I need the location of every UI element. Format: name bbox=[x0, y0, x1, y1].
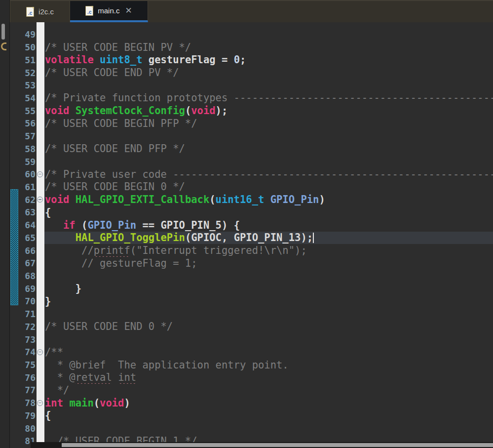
collapse-icon[interactable] bbox=[37, 400, 43, 406]
line-number[interactable]: 59 bbox=[19, 157, 37, 167]
code-text[interactable] bbox=[44, 308, 493, 321]
tab-main-c[interactable]: .c main.c ✕ bbox=[70, 1, 148, 22]
code-line[interactable]: 74/** bbox=[10, 346, 493, 359]
code-text[interactable]: /* USER CODE END PV */ bbox=[44, 66, 493, 79]
line-number[interactable]: 57 bbox=[19, 131, 37, 141]
code-line[interactable]: 75 * @brief The application entry point. bbox=[10, 359, 493, 371]
code-line[interactable]: 72/* USER CODE END 0 */ bbox=[10, 321, 493, 333]
code-text[interactable]: } bbox=[44, 295, 493, 308]
code-text[interactable]: // gestureFlag = 1; bbox=[44, 257, 493, 270]
code-text[interactable]: /* USER CODE BEGIN 0 */ bbox=[44, 181, 493, 194]
code-line[interactable]: 66 //printf("Interrupt triggered!\r\n"); bbox=[10, 244, 493, 257]
code-line[interactable]: 50/* USER CODE BEGIN PV */ bbox=[10, 41, 493, 54]
line-number[interactable]: 51 bbox=[19, 55, 37, 65]
code-text[interactable]: volatile uint8_t gestureFlag = 0; bbox=[44, 53, 493, 66]
line-number[interactable]: 61 bbox=[19, 182, 37, 192]
code-line[interactable]: 80 bbox=[10, 422, 493, 435]
line-number[interactable]: 71 bbox=[19, 309, 37, 319]
code-line[interactable]: 61/* USER CODE BEGIN 0 */ bbox=[10, 181, 493, 194]
code-text[interactable] bbox=[44, 28, 493, 41]
code-text[interactable] bbox=[44, 130, 493, 143]
code-text[interactable]: { bbox=[44, 206, 493, 219]
code-text[interactable] bbox=[44, 155, 493, 168]
line-number[interactable]: 53 bbox=[19, 80, 37, 90]
line-number[interactable]: 62 bbox=[19, 195, 37, 205]
code-line[interactable]: 76 * @retval int bbox=[10, 371, 493, 384]
collapse-icon[interactable] bbox=[37, 171, 43, 177]
line-number[interactable]: 77 bbox=[19, 385, 37, 395]
code-line[interactable]: 54/* Private function prototypes -------… bbox=[10, 92, 493, 105]
code-line[interactable]: 78int main(void) bbox=[10, 397, 493, 409]
code-line[interactable]: 52/* USER CODE END PV */ bbox=[10, 66, 493, 79]
code-line[interactable]: 49 bbox=[10, 28, 493, 41]
line-number[interactable]: 49 bbox=[19, 29, 37, 40]
line-number[interactable]: 66 bbox=[19, 245, 37, 256]
code-line[interactable]: 53 bbox=[10, 79, 493, 92]
code-text[interactable]: * @retval int bbox=[44, 371, 493, 384]
code-line[interactable]: 69 } bbox=[10, 282, 493, 295]
code-text[interactable] bbox=[44, 79, 493, 92]
code-text[interactable]: { bbox=[44, 409, 493, 422]
code-line[interactable]: 62void HAL_GPIO_EXTI_Callback(uint16_t G… bbox=[10, 193, 493, 206]
line-number[interactable]: 54 bbox=[19, 93, 37, 103]
line-number[interactable]: 76 bbox=[19, 372, 37, 383]
code-line[interactable]: 56/* USER CODE BEGIN PFP */ bbox=[10, 117, 493, 130]
line-number[interactable]: 70 bbox=[19, 296, 37, 306]
code-line[interactable]: 55void SystemClock_Config(void); bbox=[10, 104, 493, 117]
line-number[interactable]: 74 bbox=[19, 347, 37, 357]
code-editor[interactable]: 4950/* USER CODE BEGIN PV */51volatile u… bbox=[10, 22, 493, 448]
horizontal-scrollbar-thumb[interactable] bbox=[62, 443, 493, 447]
code-text[interactable]: /* USER CODE END 0 */ bbox=[44, 321, 493, 333]
code-line[interactable]: 64 if (GPIO_Pin == GPIO_PIN_5) { bbox=[10, 219, 493, 232]
code-text[interactable]: void HAL_GPIO_EXTI_Callback(uint16_t GPI… bbox=[44, 193, 493, 206]
line-number[interactable]: 55 bbox=[19, 106, 37, 116]
code-text[interactable] bbox=[44, 333, 493, 346]
rail-scrollbar-thumb[interactable] bbox=[1, 24, 5, 40]
code-text[interactable]: /* USER CODE END PFP */ bbox=[44, 142, 493, 155]
code-line[interactable]: 60/* Private user code -----------------… bbox=[10, 168, 493, 181]
line-number[interactable]: 63 bbox=[19, 207, 37, 217]
code-text[interactable]: HAL_GPIO_TogglePin(GPIOC, GPIO_PIN_13); bbox=[44, 232, 493, 244]
code-text[interactable]: //printf("Interrupt triggered!\r\n"); bbox=[44, 244, 493, 257]
collapse-icon[interactable] bbox=[37, 197, 43, 203]
code-text[interactable]: /* Private user code -------------------… bbox=[44, 168, 493, 181]
code-text[interactable]: /** bbox=[44, 346, 493, 359]
line-number[interactable]: 67 bbox=[19, 258, 37, 268]
code-line[interactable]: 59 bbox=[10, 155, 493, 168]
line-number[interactable]: 52 bbox=[19, 68, 37, 78]
code-line[interactable]: 79{ bbox=[10, 409, 493, 422]
line-number[interactable]: 68 bbox=[19, 271, 37, 281]
code-text[interactable] bbox=[44, 270, 493, 283]
code-line[interactable]: 65 HAL_GPIO_TogglePin(GPIOC, GPIO_PIN_13… bbox=[10, 232, 493, 244]
line-number[interactable]: 50 bbox=[19, 42, 37, 52]
code-text[interactable]: void SystemClock_Config(void); bbox=[44, 104, 493, 117]
code-line[interactable]: 67 // gestureFlag = 1; bbox=[10, 257, 493, 270]
line-number[interactable]: 72 bbox=[19, 322, 37, 332]
line-number[interactable]: 79 bbox=[19, 410, 37, 421]
code-line[interactable]: 51volatile uint8_t gestureFlag = 0; bbox=[10, 53, 493, 66]
line-number[interactable]: 75 bbox=[19, 360, 37, 370]
line-number[interactable]: 80 bbox=[19, 423, 37, 434]
code-line[interactable]: 77 */ bbox=[10, 384, 493, 397]
code-text[interactable]: /* USER CODE BEGIN PV */ bbox=[44, 41, 493, 54]
line-number[interactable]: 58 bbox=[19, 144, 37, 154]
code-text[interactable]: */ bbox=[44, 384, 493, 397]
code-line[interactable]: 71 bbox=[10, 308, 493, 321]
line-number[interactable]: 73 bbox=[19, 334, 37, 345]
code-line[interactable]: 57 bbox=[10, 130, 493, 143]
code-text[interactable]: /* USER CODE BEGIN PFP */ bbox=[44, 117, 493, 130]
horizontal-scrollbar[interactable] bbox=[31, 442, 493, 448]
close-icon[interactable]: ✕ bbox=[125, 6, 132, 15]
code-text[interactable] bbox=[44, 422, 493, 435]
code-line[interactable]: 58/* USER CODE END PFP */ bbox=[10, 142, 493, 155]
code-text[interactable]: * @brief The application entry point. bbox=[44, 359, 493, 371]
line-number[interactable]: 78 bbox=[19, 398, 37, 408]
tab-i2c-c[interactable]: .c i2c.c bbox=[10, 1, 70, 22]
code-text[interactable]: int main(void) bbox=[44, 397, 493, 409]
line-number[interactable]: 65 bbox=[19, 233, 37, 243]
code-text[interactable]: /* Private function prototypes ---------… bbox=[44, 92, 493, 105]
code-line[interactable]: 63{ bbox=[10, 206, 493, 219]
line-number[interactable]: 56 bbox=[19, 118, 37, 128]
collapse-icon[interactable] bbox=[37, 349, 43, 355]
code-text[interactable]: } bbox=[44, 282, 493, 295]
